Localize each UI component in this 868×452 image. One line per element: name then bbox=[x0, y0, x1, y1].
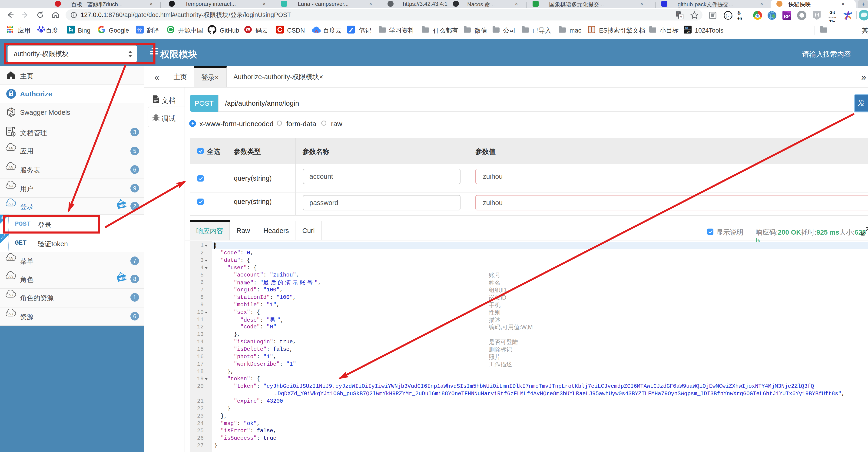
svg-text:du: du bbox=[40, 30, 42, 32]
svg-text:API: API bbox=[8, 312, 13, 316]
svg-text:API: API bbox=[8, 202, 13, 205]
svg-text:A: A bbox=[10, 108, 12, 111]
svg-text:{...}: {...} bbox=[725, 14, 733, 18]
svg-text:24: 24 bbox=[687, 30, 690, 33]
svg-text:API: API bbox=[8, 275, 13, 278]
svg-text:API: API bbox=[8, 147, 13, 150]
svg-text:API: API bbox=[8, 166, 13, 169]
svg-text:文: 文 bbox=[680, 15, 683, 19]
svg-text:API: API bbox=[8, 293, 13, 297]
svg-text:API: API bbox=[8, 257, 13, 260]
svg-text:译: 译 bbox=[137, 27, 142, 32]
svg-text:10: 10 bbox=[685, 27, 688, 30]
svg-text:API: API bbox=[8, 185, 13, 188]
svg-text:RP: RP bbox=[784, 14, 790, 19]
